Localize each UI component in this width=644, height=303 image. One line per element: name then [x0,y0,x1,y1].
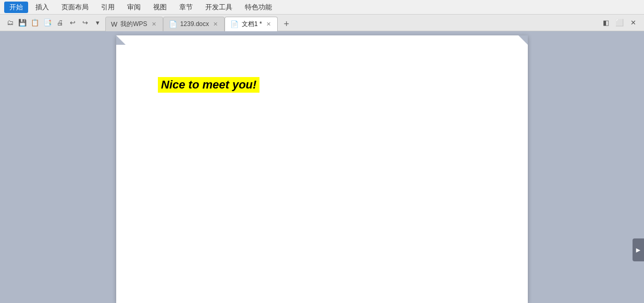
tab-wps-icon: W [111,20,117,28]
toolbar-left: 🗂 💾 📋 📑 🖨 ↩ ↪ ▾ [2,17,105,29]
tab-wps-close[interactable]: ✕ [151,21,157,28]
tab-bar: 🗂 💾 📋 📑 🖨 ↩ ↪ ▾ W 我的WPS ✕ 📄 1239.docx ✕ … [0,15,644,31]
document-area: Nice to meet you! ► [0,31,644,303]
menu-insert[interactable]: 插入 [30,2,54,13]
tab-wps-label: 我的WPS [120,20,147,29]
tabs-container: W 我的WPS ✕ 📄 1239.docx ✕ 📄 文档1 * ✕ + [105,15,293,31]
toolbar-icon-4[interactable]: 📑 [42,17,53,29]
menu-bar: 开始 插入 页面布局 引用 审阅 视图 章节 开发工具 特色功能 [0,0,644,15]
window-close-btn[interactable]: ✕ [627,17,639,29]
document-page: Nice to meet you! [116,35,528,303]
tab-1239-icon: 📄 [169,20,177,28]
window-restore-btn[interactable]: ⬜ [614,17,625,29]
toolbar-save[interactable]: 💾 [17,17,28,29]
tab-doc-new-close[interactable]: ✕ [265,21,272,28]
document-text: Nice to meet you! [158,77,259,93]
toolbar-icon-3[interactable]: 📋 [29,17,41,29]
tab-doc-new-icon: 📄 [230,20,239,28]
add-tab-button[interactable]: + [280,18,293,31]
side-panel-button[interactable]: ► [633,238,644,261]
tab-bar-right: ◧ ⬜ ✕ [600,17,642,29]
document-content[interactable]: Nice to meet you! [116,35,528,113]
menu-reference[interactable]: 引用 [96,2,120,13]
menu-page-layout[interactable]: 页面布局 [56,2,94,13]
menu-devtools[interactable]: 开发工具 [200,2,238,13]
toolbar-icon-1[interactable]: 🗂 [4,17,16,29]
menu-view[interactable]: 视图 [148,2,172,13]
toolbar-undo[interactable]: ↩ [67,17,78,29]
menu-review[interactable]: 审阅 [122,2,146,13]
menu-features[interactable]: 特色功能 [240,2,277,13]
tab-1239-label: 1239.docx [180,20,209,28]
tab-doc-new-label: 文档1 * [242,20,262,29]
window-pin-btn[interactable]: ◧ [600,17,612,29]
tab-1239[interactable]: 📄 1239.docx ✕ [163,17,225,31]
tab-1239-close[interactable]: ✕ [212,21,219,28]
toolbar-icon-5[interactable]: 🖨 [54,17,66,29]
tab-doc-new[interactable]: 📄 文档1 * ✕ [225,17,278,31]
menu-chapter[interactable]: 章节 [174,2,198,13]
toolbar-dropdown[interactable]: ▾ [92,17,103,29]
tab-wps-home[interactable]: W 我的WPS ✕ [105,17,163,31]
toolbar-redo[interactable]: ↪ [79,17,91,29]
menu-start[interactable]: 开始 [4,2,28,13]
